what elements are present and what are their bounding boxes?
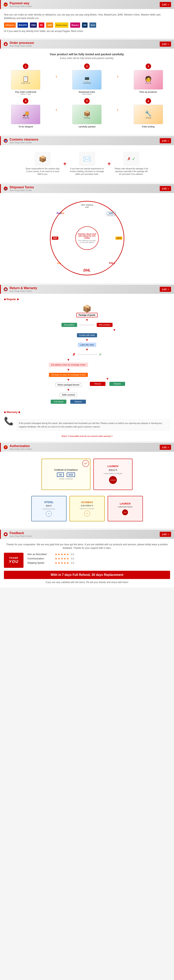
cert-compliance-title: Certificate of Compliance — [54, 469, 78, 471]
authorization-section: 🏆 Authorization Auto Drag Tools Center L… — [0, 443, 174, 528]
thank-you-label: THANK — [9, 557, 19, 559]
fc-arrow-8: ▼ — [67, 388, 70, 391]
mastercard-logo: MC — [38, 22, 44, 28]
return-subtitle: Auto Drag Tools Center — [9, 290, 37, 292]
stars-comm: ★ ★ ★ ★ ★ — [55, 557, 69, 560]
carrier-ems-sub: International — [107, 215, 115, 216]
cert-launch-sub: Authorization Certificate — [104, 473, 122, 474]
boleto-logo: BOLETO — [17, 22, 28, 28]
auth-subtitle: Auto Drag Tools Center — [9, 448, 32, 450]
feedback-subtitle: Auto Drag Tools Center — [9, 535, 32, 537]
auth-header-left: 🏆 Authorization Auto Drag Tools Center — [4, 444, 32, 450]
cert-ucanbas-seal-text: U — [87, 513, 87, 514]
feedback-content: Thanks for your cooperation. We are very… — [0, 539, 174, 588]
cert-ucanbas: UCANBAS 投资代理商证书 Distributor Certificate … — [70, 496, 105, 521]
fc-col-problem: ▼ Get address return for exchange of ite… — [49, 358, 88, 405]
feedback-section: 💬 Feedback Auto Drag Tools Center LVC Th… — [0, 530, 174, 588]
customs-text-1: Buyer responsible for the customs duty i… — [25, 167, 60, 176]
warranty-notice: Notice: Consumable must be not covered u… — [4, 435, 170, 437]
carrier-ems-label: EMS — [107, 212, 115, 215]
cert-launch: LAUNCH 授权证书 Authorization Certificate LA… — [93, 459, 133, 490]
circle-center-text: Attention: Buyer work with Alibami for 3… — [77, 233, 97, 239]
step-3-label: Pick up products — [139, 91, 157, 93]
fc-row-contact: Contact with seller — [4, 333, 170, 337]
customs-icon-2: ✉️ — [79, 152, 95, 166]
step-arrow-1: › — [55, 74, 57, 79]
step-3-number: 3 — [146, 64, 151, 69]
feedback-lvc-badge: LVC — [160, 532, 171, 537]
step-1-img: 📋Order Form — [11, 70, 40, 89]
return-header-left: 🔄 Return & Warranty Auto Drag Tools Cent… — [4, 286, 37, 292]
resend2-node: Resend — [70, 399, 86, 404]
return-header: 🔄 Return & Warranty Auto Drag Tools Cent… — [0, 285, 174, 294]
shipment-lvc-badge: LVC — [160, 186, 171, 191]
step-1-number: 1 — [23, 64, 28, 69]
you-label: YOU — [9, 559, 19, 564]
step-6-label: To be shipped — [18, 126, 33, 128]
full-refund-banner: With in 7 days Full Refund, 30 days Repl… — [4, 571, 170, 579]
fc-arrow-9: ▼ — [106, 377, 109, 381]
star-s2: ★ — [58, 562, 60, 565]
payment-subtitle: Auto Drag Tools Center — [9, 5, 32, 8]
stars-item: ★ ★ ★ ★ ★ — [55, 553, 69, 556]
circle-center-sub: Door Shipment, put down on your past add… — [77, 240, 97, 243]
cert-xtool-brand: XTOOL — [43, 501, 55, 504]
star-c1: ★ — [55, 557, 57, 560]
fc-row-final: Full refund Resend — [51, 399, 86, 404]
rating-num-shipping: 5.0 — [71, 562, 74, 564]
carrier-yto-label: YTO — [57, 262, 61, 265]
cert-xtool: XTOOL 授权书 Authorized Dealer X — [31, 496, 66, 521]
feedback-intro-text: Thanks for your cooperation. We are very… — [4, 543, 170, 550]
carrier-ups: UPS — [115, 237, 122, 240]
cert-xtool-sub: Authorized Dealer — [43, 508, 55, 510]
customs-plus-2: + — [108, 161, 111, 167]
step-4: 4 🔧Testing Fully testing — [132, 98, 165, 128]
feedback-icon: 💬 — [4, 532, 8, 536]
qiwi-logo: QIWI — [46, 22, 53, 28]
customs-subtitle: Auto Drag Tools Center — [9, 141, 38, 144]
step-2: 2 💻Download Download order information — [70, 64, 104, 95]
star-c4: ★ — [63, 557, 66, 560]
order-header: 📋 Order processor Auto Drag Tools Center… — [0, 40, 174, 49]
fc-arrow-row-1: ▼ — [4, 328, 170, 332]
customs-steps: 📦 Buyer responsible for the customs duty… — [4, 149, 170, 178]
step-3: 3 🧑Pick up Pick up products — [132, 64, 165, 95]
star-s3: ★ — [61, 562, 63, 565]
step-6-icon: 🚚Shipping — [11, 105, 40, 124]
steps-row2: 6 🚚Shipping To be shipped › 5 📦Packing c… — [4, 98, 170, 128]
fc-row-decisions: ▼ Get address return for exchange of ite… — [4, 358, 170, 405]
carrier-tnt-label: TNT — [52, 237, 59, 240]
step-arrow-5: › — [55, 107, 57, 113]
customs-section: 🛃 Customs clearance Auto Drag Tools Cent… — [0, 136, 174, 183]
carrier-toll: TOLL — [109, 262, 115, 265]
fc-arrow-4: ▼ — [4, 348, 170, 352]
fc-divider-1 — [79, 325, 95, 325]
auth-lvc-badge: LVC — [160, 445, 171, 450]
customs-content: 📦 Buyer responsible for the customs duty… — [0, 145, 174, 183]
webmoney-logo: WM — [82, 22, 88, 28]
ce-mark: CE — [57, 473, 64, 477]
package-node: 📦 Package of goods — [76, 305, 98, 317]
circle-diagram: Attention: Buyer work with Alibami for 3… — [50, 201, 124, 275]
shipment-circle-container: Attention: Buyer work with Alibami for 3… — [4, 197, 170, 279]
steps-intro: Your product will be fully tested and pa… — [4, 52, 170, 60]
with-problem-node: With problem — [97, 323, 112, 327]
payment-icon: 💳 — [4, 3, 8, 6]
cert-launch-title: 授权证书 — [104, 469, 122, 472]
fc-arrow-2: ▼ — [113, 328, 116, 332]
payment-text: Now you can make an order directly on al… — [4, 13, 170, 20]
star-4: ★ — [63, 553, 66, 556]
rating-label-comm: Communication: — [27, 557, 53, 560]
step-2-sublabel: information — [82, 93, 92, 95]
fc-arrow-1: ▼ — [4, 318, 170, 322]
star-2: ★ — [58, 553, 60, 556]
rating-row-item: Item as Described: ★ ★ ★ ★ ★ 5.0 — [27, 553, 170, 556]
return-section: 🔄 Return & Warranty Auto Drag Tools Cent… — [0, 285, 174, 441]
customs-title: Customs clearance — [9, 138, 38, 141]
carrier-dhl: DHL — [83, 268, 91, 272]
order-lvc-badge: LVC — [160, 41, 171, 47]
fc-col-ok: ▼ Refund Resend — [90, 377, 125, 386]
step-arrow-4: › — [117, 107, 119, 113]
step-6: 6 🚚Shipping To be shipped — [9, 98, 42, 128]
shipment-content: Attention: Buyer work with Alibami for 3… — [0, 193, 174, 283]
